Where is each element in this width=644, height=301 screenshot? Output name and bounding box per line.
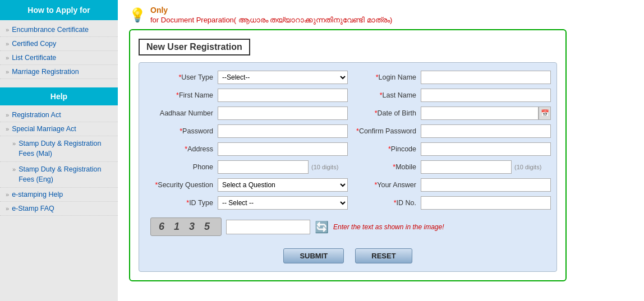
sidebar-item-marriage-registration[interactable]: » Marriage Registration: [0, 65, 118, 79]
row-user-type-login: *User Type --Select-- Individual Advocat…: [145, 71, 551, 84]
phone-label: Phone: [145, 163, 218, 171]
apply-section: » Encumbrance Certificate » Certified Co…: [0, 20, 118, 82]
last-name-input[interactable]: [421, 89, 551, 102]
login-name-input[interactable]: [421, 71, 551, 84]
sidebar-item-label: List Certificate: [12, 54, 56, 62]
captcha-input[interactable]: [226, 220, 310, 234]
your-answer-label: *Your Answer: [348, 181, 421, 189]
phone-hint: (10 digits): [311, 164, 338, 170]
calendar-icon[interactable]: 📅: [539, 106, 551, 120]
first-name-input[interactable]: [218, 89, 348, 102]
help-section: » Registration Act » Special Marriage Ac…: [0, 105, 118, 219]
sidebar-item-label: Registration Act: [12, 111, 61, 119]
id-no-input[interactable]: [421, 196, 551, 210]
sidebar: How to Apply for » Encumbrance Certifica…: [0, 0, 118, 301]
sidebar-item-label: Marriage Registration: [12, 68, 79, 76]
aadhaar-label: Aadhaar Number: [145, 109, 218, 117]
captcha-hint: Enter the text as shown in the image!: [333, 223, 444, 231]
arrow-icon: »: [6, 68, 9, 75]
first-name-group: *First Name: [145, 89, 348, 102]
user-type-select[interactable]: --Select-- Individual Advocate Sub Regis…: [218, 71, 348, 84]
bulb-icon: 💡: [129, 7, 146, 23]
address-input[interactable]: [218, 142, 348, 156]
sidebar-item-label: Stamp Duty & Registration Fees (Eng): [19, 165, 112, 184]
sidebar-item-label: Special Marriage Act: [12, 125, 76, 133]
password-input[interactable]: [218, 124, 348, 138]
login-name-group: *Login Name: [348, 71, 551, 84]
captcha-image: 6 1 3 5: [150, 217, 222, 236]
row-names: *First Name *Last Name: [145, 89, 551, 102]
arrow-icon: »: [6, 205, 9, 212]
user-type-group: *User Type --Select-- Individual Advocat…: [145, 71, 348, 84]
arrow-icon: »: [12, 165, 16, 184]
mobile-hint: (10 digits): [514, 164, 541, 170]
sidebar-item-list-certificate[interactable]: » List Certificate: [0, 51, 118, 65]
form-title: New User Registration: [139, 39, 250, 55]
id-type-group: *ID Type -- Select -- Aadhaar Voter ID P…: [145, 196, 348, 210]
security-question-label: *Security Question: [145, 181, 218, 189]
confirm-password-input[interactable]: [421, 124, 551, 138]
id-no-label: *ID No.: [348, 199, 421, 207]
confirm-password-group: *Confirm Password: [348, 124, 551, 138]
dob-input-wrap: 📅: [421, 106, 551, 120]
hint-only: Only: [150, 6, 168, 15]
id-no-group: *ID No.: [348, 196, 551, 210]
main-content: 💡 Only for Document Preparation( ആധാരം ത…: [118, 0, 644, 301]
password-group: *Password: [145, 124, 348, 138]
dob-group: *Date of Birth 📅: [348, 106, 551, 120]
refresh-icon[interactable]: 🔄: [315, 220, 329, 234]
arrow-icon: »: [6, 112, 9, 118]
reset-button[interactable]: RESET: [355, 248, 412, 263]
arrow-icon: »: [12, 140, 16, 159]
sidebar-item-stamp-duty-eng[interactable]: » Stamp Duty & Registration Fees (Eng): [0, 162, 118, 188]
button-row: SUBMIT RESET: [145, 245, 551, 263]
aadhaar-input[interactable]: [218, 106, 348, 120]
sidebar-item-registration-act[interactable]: » Registration Act: [0, 108, 118, 122]
phone-input[interactable]: [218, 160, 309, 174]
hint-text: for Document Preparation( ആധാരം തയ്യാറാക…: [150, 16, 392, 25]
sidebar-item-stamp-duty-mal[interactable]: » Stamp Duty & Registration Fees (Mal): [0, 136, 118, 162]
form-inner: *User Type --Select-- Individual Advocat…: [139, 62, 557, 272]
last-name-group: *Last Name: [348, 89, 551, 102]
sidebar-item-label: e-Stamp FAQ: [12, 205, 54, 212]
your-answer-input[interactable]: [421, 178, 551, 192]
arrow-icon: »: [6, 191, 9, 198]
your-answer-group: *Your Answer: [348, 178, 551, 192]
arrow-icon: »: [6, 40, 9, 47]
dob-input[interactable]: [421, 106, 539, 120]
row-aadhaar-dob: Aadhaar Number *Date of Birth 📅: [145, 106, 551, 120]
phone-group: Phone (10 digits): [145, 160, 348, 174]
pincode-input[interactable]: [421, 142, 551, 156]
arrow-icon: »: [6, 54, 9, 61]
sidebar-how-to-apply-header: How to Apply for: [0, 0, 118, 20]
sidebar-item-encumbrance-certificate[interactable]: » Encumbrance Certificate: [0, 23, 118, 37]
dob-label: *Date of Birth: [348, 109, 421, 117]
sidebar-item-e-stamping-help[interactable]: » e-stamping Help: [0, 188, 118, 202]
sidebar-item-special-marriage-act[interactable]: » Special Marriage Act: [0, 122, 118, 136]
last-name-label: *Last Name: [348, 91, 421, 99]
sidebar-help-header: Help: [0, 87, 118, 105]
sidebar-item-label: Encumbrance Certificate: [12, 26, 89, 34]
pincode-group: *Pincode: [348, 142, 551, 156]
id-type-select[interactable]: -- Select -- Aadhaar Voter ID Passport: [218, 196, 348, 210]
sidebar-item-e-stamp-faq[interactable]: » e-Stamp FAQ: [0, 202, 118, 216]
address-group: *Address: [145, 142, 348, 156]
row-id: *ID Type -- Select -- Aadhaar Voter ID P…: [145, 196, 551, 210]
pincode-label: *Pincode: [348, 145, 421, 153]
sidebar-item-certified-copy[interactable]: » Certified Copy: [0, 37, 118, 51]
registration-form-container: New User Registration *User Type --Selec…: [129, 29, 567, 281]
security-question-select[interactable]: Select a Question What is your pet name?…: [218, 178, 348, 192]
aadhaar-group: Aadhaar Number: [145, 106, 348, 120]
confirm-password-label: *Confirm Password: [348, 127, 421, 135]
password-label: *Password: [145, 127, 218, 135]
row-passwords: *Password *Confirm Password: [145, 124, 551, 138]
mobile-group: *Mobile (10 digits): [348, 160, 551, 174]
first-name-label: *First Name: [145, 91, 218, 99]
sidebar-item-label: Certified Copy: [12, 40, 56, 48]
submit-button[interactable]: SUBMIT: [283, 248, 344, 263]
mobile-input[interactable]: [421, 160, 512, 174]
mobile-label: *Mobile: [348, 163, 421, 171]
security-question-group: *Security Question Select a Question Wha…: [145, 178, 348, 192]
row-security: *Security Question Select a Question Wha…: [145, 178, 551, 192]
address-label: *Address: [145, 145, 218, 153]
